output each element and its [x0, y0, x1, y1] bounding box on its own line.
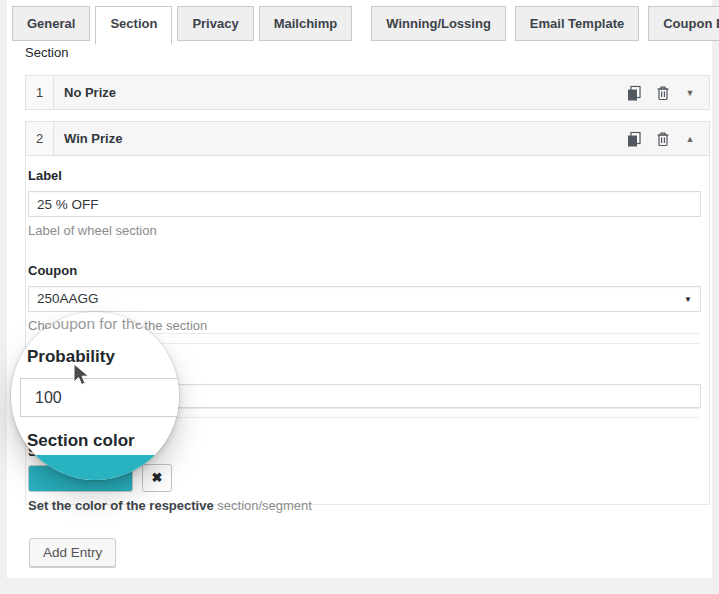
section-color-help: Set the color of the respective section/… — [28, 498, 701, 513]
chevron-down-icon[interactable]: ▼ — [684, 88, 696, 98]
duplicate-icon[interactable] — [626, 131, 642, 147]
add-entry-button[interactable]: Add Entry — [29, 538, 116, 567]
entry-actions: ▲ — [626, 122, 709, 155]
entry-row-win-prize[interactable]: 2 Win Prize ▲ — [25, 121, 710, 156]
coupon-select[interactable]: 250AAGG — [28, 286, 701, 312]
duplicate-icon[interactable] — [626, 85, 642, 101]
trash-icon[interactable] — [655, 85, 671, 101]
section-color-help-muted: section/segment — [214, 498, 312, 513]
label-field-help: Label of wheel section — [28, 223, 701, 238]
tab-section[interactable]: Section — [95, 6, 172, 45]
entry-number: 1 — [26, 76, 54, 109]
loupe-section-color-label: Section color — [27, 431, 135, 451]
label-field-group: Label Label of wheel section — [28, 168, 701, 238]
trash-icon[interactable] — [655, 131, 671, 147]
entry-row-no-prize[interactable]: 1 No Prize ▼ — [25, 75, 710, 110]
tab-privacy[interactable]: Privacy — [177, 6, 253, 41]
label-input[interactable] — [28, 191, 701, 217]
tab-bar: General Section Privacy Mailchimp Winnin… — [12, 6, 719, 41]
mouse-cursor-icon — [70, 363, 92, 391]
entry-number: 2 — [26, 122, 54, 155]
entry-title: Win Prize — [54, 122, 626, 155]
entry-actions: ▼ — [626, 76, 709, 109]
section-heading: Section — [25, 45, 68, 60]
tab-winning-lossing[interactable]: Winning/Lossing — [371, 6, 506, 41]
tab-mailchimp[interactable]: Mailchimp — [259, 6, 353, 41]
entry-title: No Prize — [54, 76, 626, 109]
coupon-field-label: Coupon — [28, 263, 701, 278]
section-color-help-strong: Set the color of the respective — [28, 498, 214, 513]
settings-panel: General Section Privacy Mailchimp Winnin… — [7, 0, 712, 578]
chevron-up-icon[interactable]: ▲ — [684, 134, 696, 144]
tab-email-template[interactable]: Email Template — [515, 6, 639, 41]
clear-color-button[interactable]: ✖ — [142, 464, 172, 492]
tab-coupon-bar[interactable]: Coupon Bar — [648, 6, 719, 41]
label-field-label: Label — [28, 168, 701, 183]
loupe-probability-input: 100 — [20, 378, 179, 417]
tab-general[interactable]: General — [12, 6, 90, 41]
magnifier-loupe: Choose Coupon for the section Probabilit… — [11, 312, 179, 480]
